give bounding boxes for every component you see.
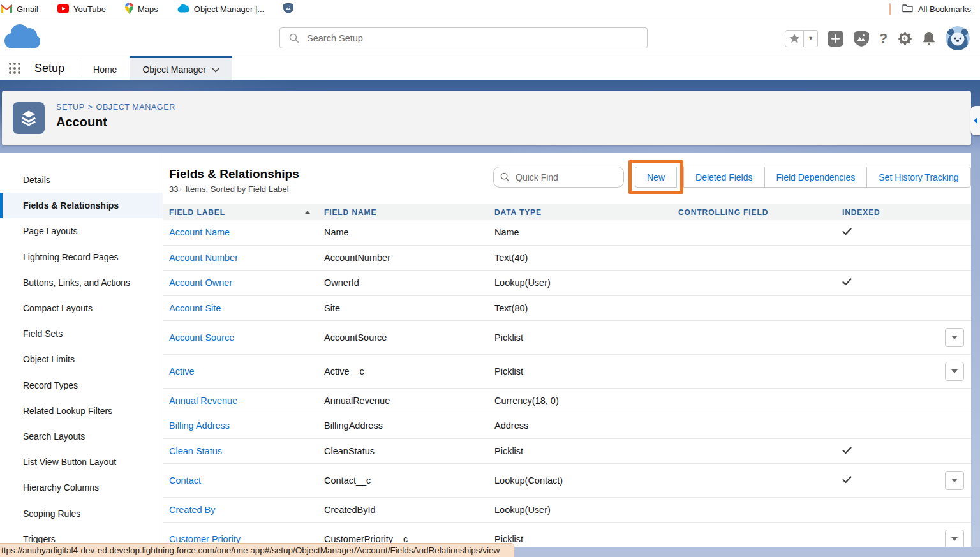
bookmark-label: Gmail bbox=[17, 4, 38, 14]
row-actions-dropdown-button[interactable] bbox=[945, 362, 964, 381]
column-header-indexed[interactable]: INDEXED bbox=[842, 208, 945, 217]
collapse-panel-tab[interactable] bbox=[970, 106, 980, 135]
dropdown-arrow-icon bbox=[951, 336, 958, 339]
salesforce-global-header: ▼ ? bbox=[0, 19, 980, 56]
sidebar-item-fields-relationships[interactable]: Fields & Relationships bbox=[0, 193, 163, 218]
field-dependencies-button[interactable]: Field Dependencies bbox=[764, 167, 868, 188]
screen: Gmail YouTube Maps Object Manager |... A… bbox=[0, 0, 980, 557]
user-avatar[interactable] bbox=[946, 26, 970, 50]
column-header-data-type[interactable]: DATA TYPE bbox=[494, 208, 678, 217]
field-name-cell: Contact__c bbox=[324, 475, 494, 486]
sidebar-item-details[interactable]: Details bbox=[0, 167, 163, 193]
data-type-cell: Address bbox=[494, 420, 678, 431]
field-name-cell: CreatedById bbox=[324, 505, 494, 515]
sidebar-item-object-limits[interactable]: Object Limits bbox=[0, 346, 163, 372]
notifications-bell-icon[interactable] bbox=[922, 31, 936, 46]
sidebar-item-buttons-links-and-actions[interactable]: Buttons, Links, and Actions bbox=[0, 270, 163, 295]
favorites-dropdown-button[interactable]: ▼ bbox=[804, 30, 818, 47]
table-row: Annual RevenueAnnualRevenueCurrency(18, … bbox=[163, 389, 971, 414]
help-icon[interactable]: ? bbox=[879, 31, 887, 46]
field-label-link[interactable]: Created By bbox=[169, 505, 324, 515]
field-label-link[interactable]: Billing Address bbox=[169, 420, 324, 431]
field-label-link[interactable]: Clean Status bbox=[169, 446, 324, 456]
field-name-cell: AccountNumber bbox=[324, 253, 494, 263]
sidebar-item-scoping-rules[interactable]: Scoping Rules bbox=[0, 500, 163, 526]
main-panel: Fields & Relationships 33+ Items, Sorted… bbox=[163, 153, 971, 557]
field-label-link[interactable]: Active bbox=[169, 366, 324, 376]
sidebar-item-hierarchy-columns[interactable]: Hierarchy Columns bbox=[0, 475, 163, 500]
sidebar-item-field-sets[interactable]: Field Sets bbox=[0, 321, 163, 346]
column-header-field-name[interactable]: FIELD NAME bbox=[324, 208, 494, 217]
data-type-cell: Picklist bbox=[494, 366, 678, 376]
field-label-link[interactable]: Account Source bbox=[169, 332, 324, 343]
setup-gear-icon[interactable] bbox=[897, 31, 912, 46]
gmail-icon bbox=[1, 4, 12, 15]
sidebar-item-search-layouts[interactable]: Search Layouts bbox=[0, 424, 163, 449]
sidebar-item-label: Search Layouts bbox=[23, 431, 85, 442]
app-launcher-icon[interactable] bbox=[9, 63, 20, 74]
field-label-link[interactable]: Annual Revenue bbox=[169, 396, 324, 406]
all-bookmarks-button[interactable]: All Bookmarks bbox=[902, 4, 971, 15]
trailhead-badge-icon bbox=[283, 3, 293, 15]
field-label-link[interactable]: Account Name bbox=[169, 227, 324, 237]
sidebar-item-compact-layouts[interactable]: Compact Layouts bbox=[0, 295, 163, 321]
maps-pin-icon bbox=[125, 3, 133, 16]
page-header-card: SETUP>OBJECT MANAGER Account bbox=[2, 91, 971, 145]
global-actions-plus-icon[interactable] bbox=[828, 31, 843, 47]
global-search bbox=[279, 27, 648, 48]
breadcrumb-object-manager-link[interactable]: OBJECT MANAGER bbox=[96, 103, 175, 112]
row-menu-cell bbox=[945, 530, 971, 549]
trailhead-icon[interactable] bbox=[853, 31, 870, 47]
chevron-left-icon bbox=[974, 117, 977, 124]
field-label-link[interactable]: Account Site bbox=[169, 303, 324, 313]
sidebar-item-label: Compact Layouts bbox=[23, 303, 93, 313]
column-header-field-label[interactable]: FIELD LABEL bbox=[169, 208, 324, 217]
sidebar-item-related-lookup-filters[interactable]: Related Lookup Filters bbox=[0, 398, 163, 424]
deleted-fields-button[interactable]: Deleted Fields bbox=[683, 167, 765, 188]
favorites-group: ▼ bbox=[785, 30, 818, 47]
bookmarks-right-group: All Bookmarks bbox=[889, 3, 971, 15]
bookmark-label: YouTube bbox=[73, 4, 106, 14]
set-history-tracking-button[interactable]: Set History Tracking bbox=[866, 167, 970, 188]
sidebar-list: DetailsFields & RelationshipsPage Layout… bbox=[0, 167, 163, 552]
new-button[interactable]: New bbox=[635, 167, 677, 188]
row-actions-dropdown-button[interactable] bbox=[945, 530, 964, 549]
sidebar-item-label: Related Lookup Filters bbox=[23, 406, 112, 416]
status-url-tooltip: ttps://anuhyadigital4-dev-ed.develop.lig… bbox=[0, 543, 514, 557]
tab-home[interactable]: Home bbox=[80, 56, 130, 80]
object-layers-icon bbox=[13, 102, 45, 134]
indexed-cell bbox=[842, 227, 945, 237]
bookmark-youtube[interactable]: YouTube bbox=[57, 4, 106, 15]
indexed-check-icon bbox=[842, 227, 852, 237]
indexed-cell bbox=[842, 475, 945, 486]
tab-object-manager[interactable]: Object Manager bbox=[130, 56, 232, 80]
bookmark-trailhead[interactable] bbox=[283, 3, 293, 15]
table-row: Created ByCreatedByIdLookup(User) bbox=[163, 498, 971, 523]
field-name-cell: OwnerId bbox=[324, 278, 494, 288]
column-header-controlling-field[interactable]: CONTROLLING FIELD bbox=[678, 208, 842, 217]
bookmark-maps[interactable]: Maps bbox=[125, 3, 158, 16]
breadcrumb-setup-link[interactable]: SETUP bbox=[56, 103, 85, 112]
row-actions-dropdown-button[interactable] bbox=[945, 328, 964, 347]
favorites-star-button[interactable] bbox=[785, 30, 804, 47]
sidebar-item-record-types[interactable]: Record Types bbox=[0, 373, 163, 398]
search-setup-input[interactable] bbox=[279, 27, 648, 48]
row-actions-dropdown-button[interactable] bbox=[945, 471, 964, 490]
data-type-cell: Picklist bbox=[494, 534, 678, 544]
bookmark-gmail[interactable]: Gmail bbox=[1, 4, 38, 15]
header-icon-group: ▼ ? bbox=[785, 26, 970, 50]
tab-object-manager-label: Object Manager bbox=[142, 64, 206, 75]
indexed-cell bbox=[842, 446, 945, 456]
quick-find-input[interactable] bbox=[493, 167, 624, 188]
sidebar-item-page-layouts[interactable]: Page Layouts bbox=[0, 218, 163, 244]
bookmark-object-manager[interactable]: Object Manager |... bbox=[177, 4, 264, 15]
indexed-cell bbox=[842, 278, 945, 288]
data-type-cell: Lookup(User) bbox=[494, 505, 678, 515]
data-type-cell: Text(80) bbox=[494, 303, 678, 313]
field-label-link[interactable]: Account Owner bbox=[169, 278, 324, 288]
field-label-link[interactable]: Account Number bbox=[169, 253, 324, 263]
field-name-cell: BillingAddress bbox=[324, 420, 494, 431]
field-label-link[interactable]: Contact bbox=[169, 475, 324, 486]
sidebar-item-list-view-button-layout[interactable]: List View Button Layout bbox=[0, 449, 163, 475]
sidebar-item-lightning-record-pages[interactable]: Lightning Record Pages bbox=[0, 244, 163, 270]
